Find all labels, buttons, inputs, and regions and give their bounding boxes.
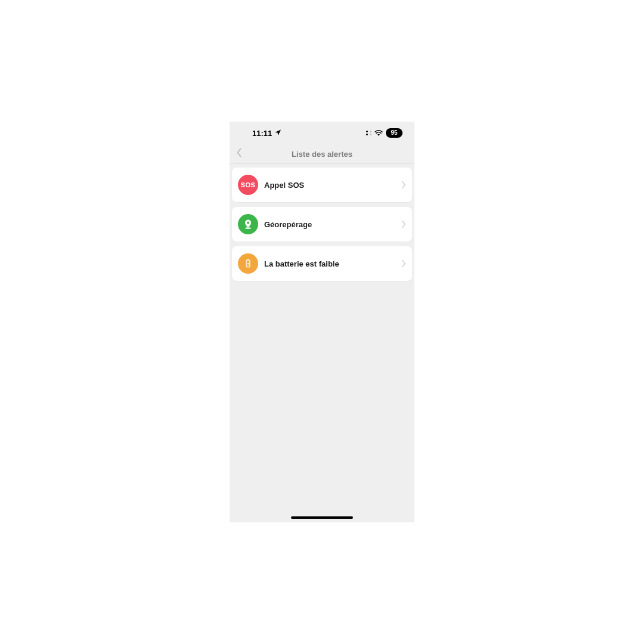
location-pin-icon [238,214,258,234]
chevron-right-icon [401,181,406,189]
location-arrow-icon [274,129,281,138]
chevron-left-icon [236,148,243,160]
back-button[interactable] [230,148,249,160]
nav-bar: Liste des alertes [230,144,414,164]
list-item-label: La batterie est faible [264,259,401,268]
page-title: Liste des alertes [230,150,414,159]
list-item-label: Appel SOS [264,181,401,190]
list-item-sos[interactable]: SOS Appel SOS [232,168,412,202]
sos-icon: SOS [238,175,258,195]
sos-icon-label: SOS [241,181,256,188]
chevron-right-icon [401,259,406,268]
list-item-geofence[interactable]: Géorepérage [232,207,412,242]
low-battery-icon [238,253,258,274]
chevron-right-icon [401,220,406,228]
list-item-low-battery[interactable]: La batterie est faible [232,246,412,281]
dual-sim-signal-icon [366,131,371,135]
phone-frame: 11:11 95 [230,122,414,522]
battery-indicator: 95 [386,128,402,138]
alert-list: SOS Appel SOS Géorepérage [230,164,414,281]
list-item-label: Géorepérage [264,220,401,229]
status-bar: 11:11 95 [230,122,414,144]
wifi-icon [374,128,383,138]
status-time: 11:11 [252,129,272,138]
home-indicator [291,516,353,519]
svg-rect-3 [247,259,249,261]
svg-point-0 [247,222,249,224]
svg-point-1 [245,227,251,229]
